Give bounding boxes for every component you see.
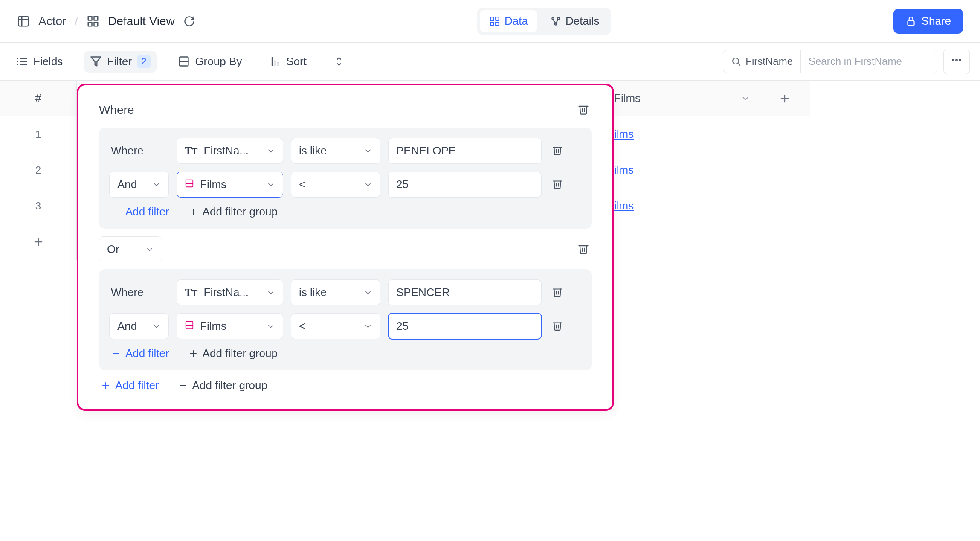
svg-point-30 [733,58,739,64]
filter-row: Where TT FirstNa... is like [109,279,582,305]
delete-row-button[interactable] [549,284,565,301]
delete-row-button[interactable] [549,142,565,160]
row-height-button[interactable] [328,52,350,71]
delete-row-button[interactable] [549,176,565,193]
search-field-label: FirstName [745,55,793,67]
operator-dropdown[interactable]: is like [291,138,380,164]
group-add-links: Add filter Add filter group [109,205,582,218]
chevron-down-icon [364,180,372,189]
trash-icon [552,320,563,331]
outer-logic-dropdown[interactable]: Or [99,236,162,262]
add-filter-group-button[interactable]: Add filter group [188,347,278,360]
add-filter-group-label: Add filter group [203,347,278,360]
delete-group-button[interactable] [575,240,592,259]
filter-value-input[interactable] [388,172,542,198]
operator-label: < [299,320,305,333]
search-field-selector[interactable]: FirstName [723,50,800,73]
filter-row: Where TT FirstNa... is like [109,138,582,164]
svg-line-31 [738,64,740,65]
add-column-button[interactable] [759,81,810,116]
filter-where-header: Where [99,101,592,119]
share-label: Share [922,15,951,28]
logic-label: And [117,178,137,191]
add-filter-button[interactable]: Add filter [111,347,169,360]
operator-dropdown[interactable]: is like [291,279,380,305]
search-input[interactable] [800,50,937,73]
column-header-label: Films [614,92,641,105]
breadcrumb-view[interactable]: Default View [108,15,175,28]
segment-details[interactable]: Details [541,10,609,32]
text-type-icon: TT [185,286,198,299]
grid-icon [489,16,500,27]
more-button[interactable] [943,49,970,74]
plus-icon [188,349,198,359]
films-cell[interactable]: ilms [606,116,759,152]
chevron-down-icon [152,322,161,331]
filter-group-2: Where TT FirstNa... is like And [99,269,592,370]
segment-details-label: Details [565,15,599,28]
chevron-down-icon [267,288,275,297]
search-icon [731,56,741,67]
refresh-icon[interactable] [183,15,195,27]
row-number[interactable]: 3 [0,188,76,224]
breadcrumb: Actor / Default View [17,15,195,28]
group-add-links: Add filter Add filter group [109,347,582,360]
row-number-column: # 1 2 3 [0,81,77,260]
trash-icon [577,243,589,255]
breadcrumb-separator: / [75,15,78,28]
row-number[interactable]: 1 [0,116,76,152]
filter-value-input[interactable] [388,138,542,164]
field-dropdown[interactable]: TT FirstNa... [177,279,283,305]
chevron-down-icon [145,245,154,254]
delete-row-button[interactable] [549,317,565,335]
add-row-button[interactable] [0,224,76,260]
add-filter-label: Add filter [125,205,169,218]
column-header-films[interactable]: Films [606,81,759,116]
field-dropdown-films[interactable]: Films [177,313,283,339]
operator-dropdown[interactable]: < [291,172,380,198]
svg-rect-16 [908,20,914,25]
share-button[interactable]: Share [893,9,963,34]
logic-dropdown[interactable]: And [109,313,169,339]
chevron-down-icon [267,322,275,331]
table-icon [17,15,30,28]
chevron-down-icon [364,147,372,155]
logic-dropdown[interactable]: And [109,172,169,198]
films-cell[interactable]: ilms [606,188,759,224]
trash-icon [552,178,563,189]
add-filter-group-button[interactable]: Add filter group [188,205,278,218]
where-label: Where [99,103,134,117]
list-icon [16,55,28,67]
field-dropdown[interactable]: TT FirstNa... [177,138,283,164]
add-filter-group-label: Add filter group [203,205,278,218]
fields-button[interactable]: Fields [10,51,69,73]
svg-rect-8 [496,17,499,20]
group-by-button[interactable]: Group By [172,51,248,73]
filter-value-input-focused[interactable] [388,313,542,339]
expand-vertical-icon [334,56,344,67]
search-group: FirstName [723,50,937,73]
toolbar-left: Fields Filter 2 Group By Sort [10,51,350,73]
field-label: Films [200,320,226,333]
filter-button[interactable]: Filter 2 [84,51,157,73]
filter-row: And Films < [109,313,582,339]
filter-value-input[interactable] [388,279,542,305]
field-label: Films [200,178,226,191]
sort-button[interactable]: Sort [263,51,313,73]
films-cell[interactable]: ilms [606,152,759,188]
logic-label: And [117,320,137,333]
breadcrumb-table[interactable]: Actor [38,15,66,28]
add-filter-group-button[interactable]: Add filter group [178,379,267,392]
svg-rect-4 [94,16,98,20]
svg-line-14 [553,19,556,23]
row-number[interactable]: 2 [0,152,76,188]
delete-group-button[interactable] [575,101,592,119]
field-dropdown-films[interactable]: Films [177,172,283,198]
link-icon [185,320,194,333]
segment-data[interactable]: Data [480,10,537,32]
operator-dropdown[interactable]: < [291,313,380,339]
add-filter-button[interactable]: Add filter [101,379,159,392]
svg-rect-6 [88,22,92,26]
group-icon [178,55,190,67]
add-filter-button[interactable]: Add filter [111,205,169,218]
